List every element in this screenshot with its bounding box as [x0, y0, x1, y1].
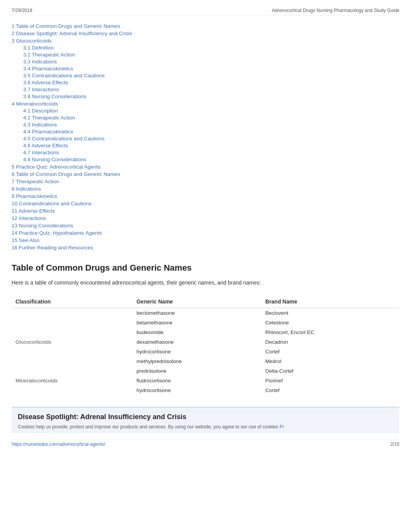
toc-sub-item: 4.2 Therapeutic Action	[23, 114, 399, 121]
toc-sub-item: 3.5 Contraindications and Cautions	[23, 72, 399, 78]
cell-generic: budesonide	[133, 327, 262, 337]
toc-sub-item: 3.3 Indications	[23, 58, 399, 65]
cell-classification	[12, 327, 133, 337]
toc-sub-item: 4.4 Pharmacokinetics	[23, 128, 399, 135]
toc-link[interactable]: 2 Disease Spotlight: Adrenal Insufficien…	[12, 31, 132, 36]
toc-sub-link[interactable]: 4.4 Pharmacokinetics	[23, 129, 73, 135]
toc-sub-link[interactable]: 4.6 Adverse Effects	[23, 143, 68, 148]
toc-sub-link[interactable]: 4.8 Nursing Considerations	[23, 157, 86, 162]
toc-sub-link[interactable]: 4.1 Description	[23, 108, 58, 114]
cell-classification	[12, 308, 133, 318]
toc-sub-item: 3.8 Nursing Considerations	[23, 93, 399, 99]
col-brand: Brand Name	[262, 295, 399, 308]
toc-sub-item: 3.2 Therapeutic Action	[23, 51, 399, 58]
toc-sub-link[interactable]: 3.7 Interactions	[23, 87, 59, 92]
cell-generic: prednisolone	[133, 366, 262, 376]
col-classification: Classification	[12, 295, 133, 308]
footer-url[interactable]: https://nurseslabs.com/adrenocortical-ag…	[12, 442, 105, 447]
table-row: beclomethasoneBeclovent	[12, 308, 399, 318]
toc-sublist: 4.1 Description4.2 Therapeutic Action4.3…	[12, 107, 399, 162]
table-row: budesonideRhinocort, Encort EC	[12, 327, 399, 337]
toc-sub-link[interactable]: 4.5 Contraindications and Cautions	[23, 136, 104, 142]
cell-generic: betamethasone	[133, 318, 262, 327]
cell-classification	[12, 356, 133, 366]
cell-brand: Cortef	[262, 385, 399, 395]
disease-spotlight-title: Disease Spotlight: Adrenal Insufficiency…	[18, 413, 393, 421]
toc-item: 8 Indications	[12, 186, 399, 192]
footer-page: 2/15	[390, 442, 399, 447]
toc-link[interactable]: 16 Further Reading and Resources	[12, 245, 93, 251]
toc-item: 6 Table of Common Drugs and Generic Name…	[12, 171, 399, 177]
toc-link[interactable]: 8 Indications	[12, 186, 41, 192]
table-row: betamethasoneCelestone	[12, 318, 399, 327]
cell-generic: methylprednisolone	[133, 356, 262, 366]
toc-sub-link[interactable]: 3.8 Nursing Considerations	[23, 94, 86, 99]
toc-sub-item: 4.7 Interactions	[23, 149, 399, 155]
toc-link[interactable]: 7 Therapeutic Action	[12, 179, 59, 184]
table-row: hydrocortisoneCortef	[12, 347, 399, 356]
toc-link[interactable]: 1 Table of Common Drugs and Generic Name…	[12, 23, 120, 29]
toc-sub-link[interactable]: 3.1 Definition	[23, 45, 54, 51]
table-section-intro: Here is a table of commonly encountered …	[12, 278, 399, 287]
page-footer: https://nurseslabs.com/adrenocortical-ag…	[12, 439, 399, 447]
toc-item: 1 Table of Common Drugs and Generic Name…	[12, 23, 399, 29]
toc-sub-item: 4.8 Nursing Considerations	[23, 156, 399, 162]
toc-item: 16 Further Reading and Resources	[12, 244, 399, 251]
cookie-text: Cookies help us provide, protect and imp…	[18, 424, 278, 430]
toc-link[interactable]: 11 Adverse Effects	[12, 208, 55, 214]
toc-link[interactable]: 6 Table of Common Drugs and Generic Name…	[12, 171, 120, 177]
cookie-bar: Cookies help us provide, protect and imp…	[18, 423, 393, 430]
toc-sublist: 3.1 Definition3.2 Therapeutic Action3.3 …	[12, 44, 399, 99]
table-row: prednisoloneDelta-Cortef	[12, 366, 399, 376]
toc-sub-link[interactable]: 3.3 Indications	[23, 59, 57, 65]
toc-link[interactable]: 9 Pharmacokinetics	[12, 193, 57, 199]
toc-link[interactable]: 4 Mineralocorticoids	[12, 101, 58, 107]
toc-sub-link[interactable]: 4.7 Interactions	[23, 150, 59, 155]
cell-brand: Delta-Cortef	[262, 366, 399, 376]
table-header-row: Classification Generic Name Brand Name	[12, 295, 399, 308]
toc-sub-item: 3.1 Definition	[23, 44, 399, 51]
toc-item: 12 Interactions	[12, 215, 399, 221]
table-row: hydrocortisoneCortef	[12, 385, 399, 395]
drugs-table: Classification Generic Name Brand Name b…	[12, 295, 399, 395]
toc-list: 1 Table of Common Drugs and Generic Name…	[12, 23, 399, 251]
cookie-more-link[interactable]: Pr	[279, 424, 284, 430]
cell-brand: Medrol	[262, 356, 399, 366]
cell-classification	[12, 385, 133, 395]
toc-link[interactable]: 12 Interactions	[12, 215, 46, 221]
toc-link[interactable]: 15 See Also	[12, 237, 39, 243]
toc-sub-item: 4.5 Contraindications and Cautions	[23, 135, 399, 142]
toc-sub-item: 3.4 Pharmacokinetics	[23, 65, 399, 72]
cell-brand: Cortef	[262, 347, 399, 356]
table-section: Table of Common Drugs and Generic Names …	[12, 263, 399, 395]
toc-sub-link[interactable]: 3.4 Pharmacokinetics	[23, 66, 73, 72]
toc-sub-link[interactable]: 4.2 Therapeutic Action	[23, 115, 75, 121]
toc-item: 2 Disease Spotlight: Adrenal Insufficien…	[12, 30, 399, 36]
toc-link[interactable]: 10 Contraindications and Cautions	[12, 201, 91, 206]
toc-sub-link[interactable]: 3.5 Contraindications and Cautions	[23, 73, 104, 78]
cell-brand: Rhinocort, Encort EC	[262, 327, 399, 337]
toc-sub-link[interactable]: 3.2 Therapeutic Action	[23, 52, 75, 58]
toc-link[interactable]: 3 Glucocorticoids	[12, 38, 52, 44]
table-body: beclomethasoneBecloventbetamethasoneCele…	[12, 308, 399, 396]
cell-brand: Florinef	[262, 376, 399, 385]
table-section-title: Table of Common Drugs and Generic Names	[12, 263, 399, 273]
toc-link[interactable]: 14 Practice Quiz: Hypothalamic Agents	[12, 230, 102, 236]
toc-sub-item: 4.6 Adverse Effects	[23, 142, 399, 148]
toc-item: 13 Nursing Considerations	[12, 222, 399, 228]
header-date: 7/29/2018	[12, 8, 32, 13]
toc-item: 3 Glucocorticoids3.1 Definition3.2 Thera…	[12, 38, 399, 99]
cell-generic: hydrocortisone	[133, 385, 262, 395]
table-row: GlucocorticoidsdexamethasoneDecadron	[12, 337, 399, 347]
cell-classification: Glucocorticoids	[12, 337, 133, 347]
col-generic: Generic Name	[133, 295, 262, 308]
cell-classification: Mineralocorticoids	[12, 376, 133, 385]
toc-link[interactable]: 5 Practice Quiz: Adrenocortical Agents	[12, 164, 101, 170]
toc-item: 10 Contraindications and Cautions	[12, 200, 399, 206]
toc-sub-link[interactable]: 4.3 Indications	[23, 122, 57, 128]
table-row: methylprednisoloneMedrol	[12, 356, 399, 366]
cell-classification	[12, 366, 133, 376]
toc-item: 9 Pharmacokinetics	[12, 193, 399, 199]
toc-link[interactable]: 13 Nursing Considerations	[12, 223, 73, 228]
toc-sub-link[interactable]: 3.6 Adverse Effects	[23, 80, 68, 85]
